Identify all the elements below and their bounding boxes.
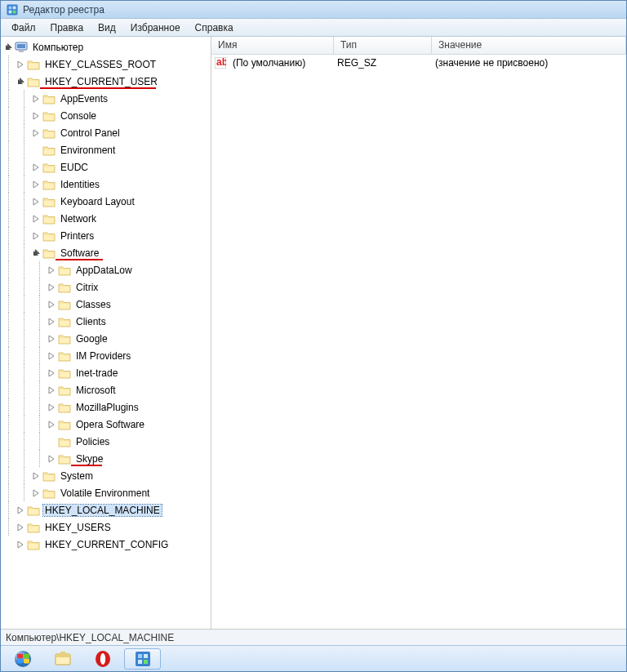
chevron-right-icon[interactable] xyxy=(47,283,56,291)
tree-software-google[interactable]: Google xyxy=(1,330,211,347)
chevron-down-icon[interactable] xyxy=(16,78,24,86)
chevron-right-icon[interactable] xyxy=(32,95,40,103)
cell-value: (значение не присвоено) xyxy=(430,56,626,69)
chevron-right-icon[interactable] xyxy=(47,403,56,412)
tree-label: Citrix xyxy=(74,282,100,293)
menu-help[interactable]: Справка xyxy=(188,20,241,35)
chevron-down-icon[interactable] xyxy=(32,249,40,257)
chevron-right-icon[interactable] xyxy=(32,489,40,497)
tree-panel[interactable]: Компьютер HKEY_CLASSES_ROOT xyxy=(1,37,211,629)
tree-label: Inet-trade xyxy=(74,367,119,379)
tree-software-clients[interactable]: Clients xyxy=(1,313,211,330)
folder-icon xyxy=(58,385,71,396)
folder-icon xyxy=(42,110,56,122)
tree-software-opera[interactable]: Opera Software xyxy=(1,416,211,433)
taskbar-explorer[interactable] xyxy=(44,648,81,670)
menu-file[interactable]: Файл xyxy=(4,20,43,35)
tree-hkcu-network[interactable]: Network xyxy=(1,210,211,227)
folder-icon xyxy=(42,470,56,482)
taskbar-opera[interactable] xyxy=(84,648,121,670)
col-header-type[interactable]: Тип xyxy=(334,37,432,54)
folder-icon xyxy=(27,522,40,533)
folder-icon xyxy=(58,265,71,276)
folder-icon xyxy=(42,196,56,207)
folder-icon xyxy=(42,230,56,242)
chevron-right-icon[interactable] xyxy=(32,232,40,240)
tree-label: Volatile Environment xyxy=(59,487,151,499)
chevron-right-icon[interactable] xyxy=(32,215,40,223)
chevron-right-icon[interactable] xyxy=(32,163,40,171)
chevron-right-icon[interactable] xyxy=(16,541,24,549)
folder-icon xyxy=(42,162,56,173)
tree-hku[interactable]: HKEY_USERS xyxy=(1,518,211,536)
tree-software-inettrade[interactable]: Inet-trade xyxy=(1,364,211,381)
list-row[interactable]: (По умолчанию) REG_SZ (значение не присв… xyxy=(211,55,626,71)
tree-hkcu-system[interactable]: System xyxy=(1,467,211,484)
chevron-right-icon[interactable] xyxy=(47,369,56,377)
tree-software-citrix[interactable]: Citrix xyxy=(1,278,211,296)
tree-hkcu-printers[interactable]: Printers xyxy=(1,227,211,244)
folder-icon xyxy=(58,402,71,413)
tree-software-policies[interactable]: Policies xyxy=(1,433,211,450)
chevron-down-icon[interactable] xyxy=(4,43,12,51)
underline-annotation xyxy=(40,87,156,89)
tree-hkcu-console[interactable]: Console xyxy=(1,107,211,124)
tree-hkcr[interactable]: HKEY_CLASSES_ROOT xyxy=(1,56,211,73)
col-header-value[interactable]: Значение xyxy=(432,37,626,54)
tree-hkcu-environment[interactable]: Environment xyxy=(1,141,211,158)
menu-favorites[interactable]: Избранное xyxy=(123,20,188,35)
tree-hkcc[interactable]: HKEY_CURRENT_CONFIG xyxy=(1,536,211,553)
computer-icon xyxy=(15,41,28,54)
tree-software-microsoft[interactable]: Microsoft xyxy=(1,381,211,398)
tree-label: HKEY_CURRENT_CONFIG xyxy=(43,539,170,550)
tree-hkcu-appevents[interactable]: AppEvents xyxy=(1,90,211,107)
tree-software-classes[interactable]: Classes xyxy=(1,296,211,313)
tree-label: Skype xyxy=(74,453,104,465)
tree-hkcu-keyboard[interactable]: Keyboard Layout xyxy=(1,193,211,210)
underline-annotation xyxy=(71,465,102,466)
registry-editor-window: Редактор реестра Файл Правка Вид Избранн… xyxy=(0,0,627,672)
col-header-name[interactable]: Имя xyxy=(211,37,334,54)
chevron-right-icon[interactable] xyxy=(16,506,24,514)
chevron-right-icon[interactable] xyxy=(32,112,40,120)
chevron-right-icon[interactable] xyxy=(47,266,56,274)
chevron-right-icon[interactable] xyxy=(32,129,40,137)
chevron-right-icon[interactable] xyxy=(47,352,56,360)
taskbar-regedit[interactable] xyxy=(124,648,161,670)
explorer-icon xyxy=(54,650,72,668)
menu-view[interactable]: Вид xyxy=(91,20,123,35)
tree-software-mozilla[interactable]: MozillaPlugins xyxy=(1,398,211,416)
chevron-right-icon[interactable] xyxy=(47,335,56,343)
chevron-right-icon[interactable] xyxy=(16,60,24,69)
content-area: Компьютер HKEY_CLASSES_ROOT xyxy=(1,37,626,629)
underline-annotation xyxy=(56,259,103,260)
menu-edit[interactable]: Правка xyxy=(43,20,91,35)
titlebar[interactable]: Редактор реестра xyxy=(1,1,626,19)
tree-hkcu-eudc[interactable]: EUDC xyxy=(1,158,211,176)
tree-label: Google xyxy=(74,333,109,345)
tree-hkcu[interactable]: HKEY_CURRENT_USER xyxy=(1,73,211,90)
chevron-right-icon[interactable] xyxy=(16,523,24,532)
chevron-right-icon[interactable] xyxy=(32,180,40,189)
chevron-right-icon[interactable] xyxy=(47,421,56,429)
opera-icon xyxy=(94,650,112,668)
chevron-right-icon[interactable] xyxy=(32,198,40,206)
chevron-right-icon[interactable] xyxy=(47,300,56,309)
start-button[interactable] xyxy=(4,648,41,670)
folder-icon xyxy=(42,247,56,259)
tree-label: HKEY_LOCAL_MACHINE xyxy=(43,505,162,516)
chevron-right-icon[interactable] xyxy=(32,472,40,480)
tree-software-improviders[interactable]: IM Providers xyxy=(1,347,211,364)
tree-software[interactable]: Software xyxy=(1,244,211,261)
list-body[interactable]: (По умолчанию) REG_SZ (значение не присв… xyxy=(211,55,626,629)
tree-hklm[interactable]: HKEY_LOCAL_MACHINE xyxy=(1,501,211,518)
tree-software-appdatalow[interactable]: AppDataLow xyxy=(1,261,211,278)
chevron-right-icon[interactable] xyxy=(47,455,56,463)
tree-hkcu-identities[interactable]: Identities xyxy=(1,176,211,193)
tree-hkcu-controlpanel[interactable]: Control Panel xyxy=(1,124,211,141)
tree-hkcu-volatile[interactable]: Volatile Environment xyxy=(1,484,211,501)
chevron-right-icon[interactable] xyxy=(47,318,56,326)
chevron-right-icon[interactable] xyxy=(47,386,56,394)
tree-root-computer[interactable]: Компьютер xyxy=(1,38,211,56)
tree-software-skype[interactable]: Skype xyxy=(1,450,211,467)
